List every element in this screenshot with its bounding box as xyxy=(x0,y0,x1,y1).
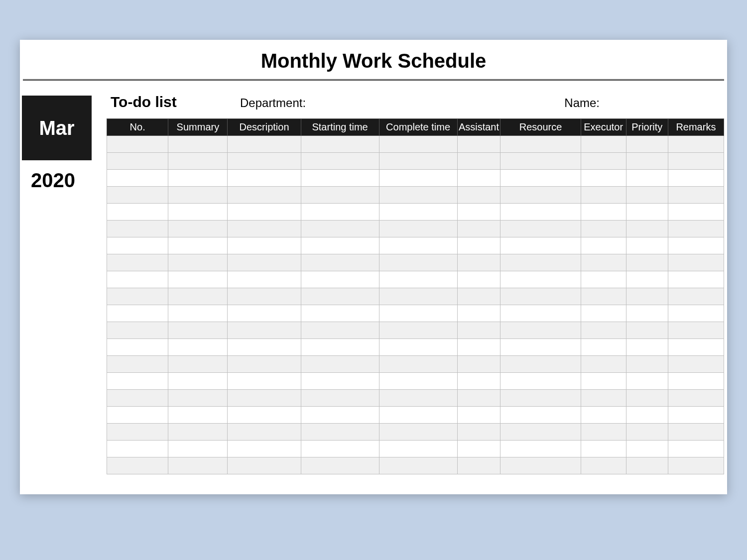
table-cell[interactable] xyxy=(301,153,379,170)
table-cell[interactable] xyxy=(301,136,379,153)
table-cell[interactable] xyxy=(107,170,168,187)
table-cell[interactable] xyxy=(581,187,626,204)
table-cell[interactable] xyxy=(379,441,457,457)
table-cell[interactable] xyxy=(107,254,168,271)
table-cell[interactable] xyxy=(500,305,581,322)
table-cell[interactable] xyxy=(228,424,301,441)
table-cell[interactable] xyxy=(379,254,457,271)
table-cell[interactable] xyxy=(168,170,228,187)
table-cell[interactable] xyxy=(626,457,668,474)
table-cell[interactable] xyxy=(581,339,626,356)
table-cell[interactable] xyxy=(228,322,301,339)
table-cell[interactable] xyxy=(457,254,500,271)
table-cell[interactable] xyxy=(457,424,500,441)
table-cell[interactable] xyxy=(581,390,626,407)
table-cell[interactable] xyxy=(228,305,301,322)
table-cell[interactable] xyxy=(581,322,626,339)
table-cell[interactable] xyxy=(668,457,724,474)
table-cell[interactable] xyxy=(228,441,301,457)
table-cell[interactable] xyxy=(301,305,379,322)
table-cell[interactable] xyxy=(668,170,724,187)
table-cell[interactable] xyxy=(228,153,301,170)
table-cell[interactable] xyxy=(581,254,626,271)
table-cell[interactable] xyxy=(581,170,626,187)
table-cell[interactable] xyxy=(668,339,724,356)
table-cell[interactable] xyxy=(500,221,581,237)
table-cell[interactable] xyxy=(500,170,581,187)
table-cell[interactable] xyxy=(500,457,581,474)
table-cell[interactable] xyxy=(168,254,228,271)
table-cell[interactable] xyxy=(500,407,581,424)
table-cell[interactable] xyxy=(301,441,379,457)
table-cell[interactable] xyxy=(107,153,168,170)
table-cell[interactable] xyxy=(168,136,228,153)
table-cell[interactable] xyxy=(301,170,379,187)
table-cell[interactable] xyxy=(581,288,626,305)
table-cell[interactable] xyxy=(168,424,228,441)
table-cell[interactable] xyxy=(228,288,301,305)
table-cell[interactable] xyxy=(301,339,379,356)
table-cell[interactable] xyxy=(168,457,228,474)
table-cell[interactable] xyxy=(457,322,500,339)
table-cell[interactable] xyxy=(301,322,379,339)
table-cell[interactable] xyxy=(379,457,457,474)
table-cell[interactable] xyxy=(168,407,228,424)
table-cell[interactable] xyxy=(228,170,301,187)
table-cell[interactable] xyxy=(301,221,379,237)
table-cell[interactable] xyxy=(228,457,301,474)
table-cell[interactable] xyxy=(457,221,500,237)
table-cell[interactable] xyxy=(626,339,668,356)
table-cell[interactable] xyxy=(457,271,500,288)
table-cell[interactable] xyxy=(626,322,668,339)
table-cell[interactable] xyxy=(168,390,228,407)
table-cell[interactable] xyxy=(107,424,168,441)
table-cell[interactable] xyxy=(668,424,724,441)
table-cell[interactable] xyxy=(107,237,168,254)
table-cell[interactable] xyxy=(107,221,168,237)
table-cell[interactable] xyxy=(668,136,724,153)
table-cell[interactable] xyxy=(457,457,500,474)
table-cell[interactable] xyxy=(168,339,228,356)
table-cell[interactable] xyxy=(668,254,724,271)
table-cell[interactable] xyxy=(228,221,301,237)
table-cell[interactable] xyxy=(668,373,724,390)
table-cell[interactable] xyxy=(301,407,379,424)
table-cell[interactable] xyxy=(379,204,457,221)
table-cell[interactable] xyxy=(168,153,228,170)
table-cell[interactable] xyxy=(457,288,500,305)
table-cell[interactable] xyxy=(228,373,301,390)
table-cell[interactable] xyxy=(626,441,668,457)
table-cell[interactable] xyxy=(301,237,379,254)
table-cell[interactable] xyxy=(107,356,168,373)
table-cell[interactable] xyxy=(668,441,724,457)
table-cell[interactable] xyxy=(457,153,500,170)
table-cell[interactable] xyxy=(457,204,500,221)
table-cell[interactable] xyxy=(107,441,168,457)
table-cell[interactable] xyxy=(457,339,500,356)
table-cell[interactable] xyxy=(626,204,668,221)
table-cell[interactable] xyxy=(228,136,301,153)
table-cell[interactable] xyxy=(379,424,457,441)
table-cell[interactable] xyxy=(581,237,626,254)
table-cell[interactable] xyxy=(168,288,228,305)
table-cell[interactable] xyxy=(379,136,457,153)
table-cell[interactable] xyxy=(107,136,168,153)
table-cell[interactable] xyxy=(168,271,228,288)
table-cell[interactable] xyxy=(668,153,724,170)
table-cell[interactable] xyxy=(457,407,500,424)
table-cell[interactable] xyxy=(379,407,457,424)
table-cell[interactable] xyxy=(668,390,724,407)
table-cell[interactable] xyxy=(379,305,457,322)
table-cell[interactable] xyxy=(228,187,301,204)
table-cell[interactable] xyxy=(168,373,228,390)
table-cell[interactable] xyxy=(626,271,668,288)
table-cell[interactable] xyxy=(379,288,457,305)
table-cell[interactable] xyxy=(581,153,626,170)
table-cell[interactable] xyxy=(457,373,500,390)
table-cell[interactable] xyxy=(457,441,500,457)
table-cell[interactable] xyxy=(581,424,626,441)
table-cell[interactable] xyxy=(457,170,500,187)
table-cell[interactable] xyxy=(500,237,581,254)
table-cell[interactable] xyxy=(228,237,301,254)
table-cell[interactable] xyxy=(228,390,301,407)
